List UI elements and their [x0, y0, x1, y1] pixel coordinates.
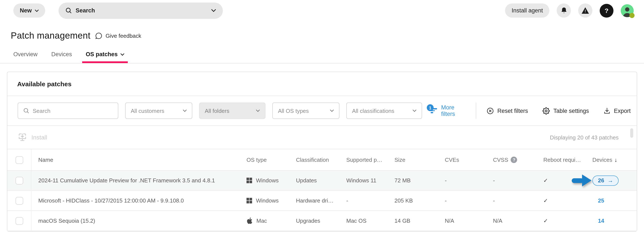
- devices-cell: 26 →: [592, 175, 631, 186]
- row-checkbox[interactable]: [15, 217, 23, 225]
- os-types-filter-select[interactable]: All OS types: [272, 103, 340, 119]
- download-icon: [604, 107, 610, 114]
- tab-os-patches[interactable]: OS patches: [86, 51, 124, 63]
- windows-icon: [246, 178, 252, 183]
- col-classification[interactable]: Classification: [296, 157, 346, 163]
- chevron-down-icon[interactable]: [211, 9, 216, 12]
- patch-search-field[interactable]: [18, 103, 118, 119]
- global-search-bar[interactable]: [58, 2, 223, 19]
- patch-name: Microsoft - HIDClass - 10/27/2015 12:00:…: [32, 197, 246, 204]
- chevron-down-icon: [412, 110, 416, 112]
- tab-bar: Overview Devices OS patches: [0, 47, 644, 64]
- devices-count-button[interactable]: 26 →: [592, 175, 619, 186]
- give-feedback-label: Give feedback: [106, 32, 141, 39]
- reboot-required-check: ✓: [543, 218, 592, 224]
- table-row[interactable]: macOS Sequoia (15.2) Mac Upgrades Mac OS…: [7, 211, 637, 231]
- export-button[interactable]: Export: [604, 107, 631, 114]
- install-agent-label: Install agent: [512, 7, 543, 14]
- classification-cell: Updates: [296, 177, 346, 184]
- row-checkbox[interactable]: [15, 197, 23, 205]
- displaying-count: Displaying 20 of 43 patches: [550, 134, 618, 140]
- new-button[interactable]: New: [13, 3, 45, 18]
- devices-count-link[interactable]: 25: [598, 197, 604, 204]
- give-feedback-link[interactable]: Give feedback: [95, 32, 141, 39]
- classifications-filter-select[interactable]: All classifications: [346, 103, 422, 119]
- supported-cell: Mac OS: [346, 218, 394, 224]
- help-button[interactable]: ?: [600, 4, 614, 17]
- folders-filter-select[interactable]: All folders: [199, 103, 266, 119]
- avatar[interactable]: [621, 4, 634, 17]
- available-patches-card: Available patches All customers All fold…: [7, 72, 637, 232]
- col-cvss[interactable]: CVSS ?: [493, 157, 543, 163]
- col-supported[interactable]: Supported p…: [346, 157, 394, 163]
- divider: [476, 103, 476, 119]
- supported-cell: -: [346, 197, 394, 204]
- tab-devices[interactable]: Devices: [52, 51, 72, 63]
- reboot-required-check: ✓: [543, 197, 592, 204]
- sort-desc-icon: ↓: [614, 157, 617, 163]
- reboot-required-check: ✓: [543, 177, 592, 184]
- patch-name: 2024-11 Cumulative Update Preview for .N…: [32, 177, 246, 184]
- table-header-row: Name OS type Classification Supported p……: [7, 149, 637, 171]
- header-checkbox-cell: [7, 149, 32, 170]
- supported-cell: Windows 11: [346, 177, 394, 184]
- devices-cell: 25: [592, 197, 631, 204]
- card-title: Available patches: [7, 72, 637, 96]
- patch-name: macOS Sequoia (15.2): [32, 218, 246, 224]
- cvss-help-icon[interactable]: ?: [511, 157, 517, 163]
- app-window: New Install agent ! ?: [0, 0, 644, 236]
- alerts-button[interactable]: !: [578, 3, 592, 18]
- search-icon: [66, 7, 72, 14]
- col-reboot[interactable]: Reboot requi…: [543, 157, 592, 163]
- patch-search-input[interactable]: [33, 108, 113, 114]
- cvss-cell: -: [493, 177, 543, 184]
- os-type-cell: Mac: [246, 217, 296, 225]
- gear-icon: [543, 107, 550, 114]
- patches-table: Name OS type Classification Supported p……: [7, 149, 637, 231]
- classification-cell: Upgrades: [296, 218, 346, 224]
- table-row[interactable]: 2024-11 Cumulative Update Preview for .N…: [7, 171, 637, 191]
- customers-filter-select[interactable]: All customers: [125, 103, 192, 119]
- size-cell: 72 MB: [394, 177, 445, 184]
- cvss-cell: N/A: [493, 218, 543, 224]
- global-search-input[interactable]: [76, 7, 207, 14]
- classification-cell: Hardware dri…: [296, 197, 346, 204]
- size-cell: 205 KB: [394, 197, 445, 204]
- reset-filters-button[interactable]: Reset filters: [486, 107, 528, 114]
- tab-overview[interactable]: Overview: [13, 51, 38, 63]
- col-devices[interactable]: Devices ↓: [592, 157, 631, 163]
- warning-icon: !: [582, 7, 589, 14]
- chevron-down-icon: [330, 110, 334, 112]
- row-checkbox[interactable]: [15, 177, 23, 184]
- apple-icon: [246, 217, 252, 225]
- col-os-type[interactable]: OS type: [246, 157, 296, 163]
- row-checkbox-cell: [7, 191, 32, 210]
- top-bar: New Install agent ! ?: [0, 0, 644, 21]
- circle-x-icon: [486, 107, 494, 114]
- install-agent-button[interactable]: Install agent: [505, 3, 549, 18]
- col-size[interactable]: Size: [394, 157, 445, 163]
- row-checkbox-cell: [7, 171, 32, 190]
- devices-count-link[interactable]: 14: [598, 218, 604, 224]
- select-all-checkbox[interactable]: [15, 156, 23, 164]
- more-filters-label: More filters: [441, 104, 469, 117]
- filter-count-badge: 1: [427, 104, 434, 111]
- page-header: Patch management Give feedback: [0, 21, 644, 47]
- help-glyph: ?: [605, 7, 608, 14]
- table-toolbar: Install Displaying 20 of 43 patches: [7, 126, 637, 149]
- install-label: Install: [32, 134, 47, 141]
- cves-cell: -: [445, 197, 493, 204]
- notifications-button[interactable]: [557, 3, 571, 18]
- chevron-down-icon: [256, 110, 260, 112]
- table-settings-button[interactable]: Table settings: [543, 107, 589, 114]
- arrow-right-icon: →: [608, 177, 613, 184]
- row-checkbox-cell: [7, 211, 32, 231]
- install-button-disabled[interactable]: Install: [18, 133, 47, 142]
- status-dot: [629, 13, 634, 18]
- table-row[interactable]: Microsoft - HIDClass - 10/27/2015 12:00:…: [7, 191, 637, 211]
- scrollbar-thumb[interactable]: [630, 128, 633, 138]
- col-name[interactable]: Name: [32, 157, 246, 163]
- col-cves[interactable]: CVEs: [445, 157, 493, 163]
- size-cell: 14 GB: [394, 218, 445, 224]
- more-filters-button[interactable]: 1 More filters: [430, 104, 469, 117]
